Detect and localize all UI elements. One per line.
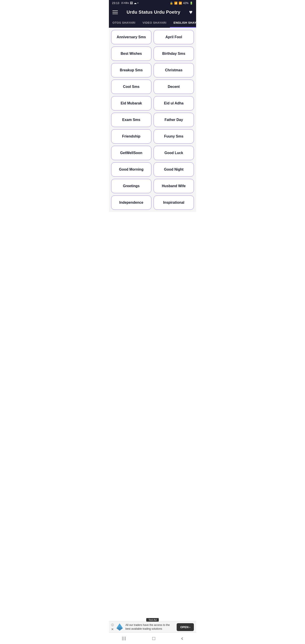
category-item-anniversary-sms[interactable]: Anniversary Sms [111,30,152,44]
category-item-greetings[interactable]: Greetings [111,179,152,193]
status-cloud-icon: ☁ [134,1,136,5]
category-item-inspirational[interactable]: Inspirational [154,196,194,210]
favorites-heart-icon[interactable]: ♥ [189,9,192,16]
hamburger-line-1 [112,10,118,11]
category-item-good-morning[interactable]: Good Morning [111,162,152,177]
ad-description: All our traders have the access to the b… [126,623,175,631]
app-title: Urdu Status Urdu Poetry [126,10,180,15]
category-item-eid-ul-adha[interactable]: Eid ul Adha [154,96,194,110]
status-data-speed: 15 KB/s [121,2,129,4]
hamburger-line-3 [112,14,118,14]
category-item-breakup-sms[interactable]: Breakup Sms [111,63,152,77]
category-grid: Anniversary SmsApril FoolBest WishesBirt… [109,28,196,212]
category-item-getwellsoon[interactable]: GetWellSoon [111,146,152,160]
category-item-birthday-sms[interactable]: Birthday Sms [154,46,194,61]
navigation-bar: ||| □ ‹ [109,632,196,644]
status-wifi-icon: 📶 [174,2,178,5]
tab-video-shayari[interactable]: VIDEO SHAYARI [139,18,170,28]
category-item-exam-sms[interactable]: Exam Sms [111,113,152,127]
status-battery: 42% [183,2,188,5]
hamburger-menu-button[interactable] [112,10,118,14]
ad-test-label: Test Ad [146,618,159,622]
category-item-april-fool[interactable]: April Fool [154,30,194,44]
tab-photos-shayari[interactable]: OTOS SHAYARI [109,18,139,28]
nav-home-icon[interactable]: □ [152,636,155,641]
ad-left-controls: ⓘ ✕ [111,623,114,631]
status-lock-icon: 🔒 [170,2,173,5]
status-time: 23:13 [112,1,120,5]
ad-info-icon[interactable]: ⓘ [111,623,114,627]
tab-english-shayari[interactable]: ENGLISH SHAYARI [170,18,196,28]
status-battery-icon: 🔋 [190,2,193,5]
nav-menu-icon[interactable]: ||| [122,636,126,641]
status-bar: 23:13 15 KB/s 🖼 ☁ • 🔒 📶 📶 42% 🔋 [109,0,196,6]
status-bar-left: 23:13 15 KB/s 🖼 ☁ • [112,1,138,5]
category-item-friendship[interactable]: Friendship [111,129,152,144]
category-item-fuuny-sms[interactable]: Fuuny Sms [154,129,194,144]
ad-open-button[interactable]: OPEN › [177,623,194,631]
category-item-best-wishes[interactable]: Best Wishes [111,46,152,61]
hamburger-line-2 [112,12,118,12]
header: Urdu Status Urdu Poetry ♥ [109,6,196,18]
category-item-good-luck[interactable]: Good Luck [154,146,194,160]
category-item-good-night[interactable]: Good Night [154,162,194,177]
ad-close-icon[interactable]: ✕ [111,628,114,631]
category-item-independence[interactable]: Independence [111,196,152,210]
category-item-cool-sms[interactable]: Cool Sms [111,80,152,94]
ad-banner: Test Ad ⓘ ✕ All our traders have the acc… [109,621,196,633]
category-item-eid-mubarak[interactable]: Eid Mubarak [111,96,152,110]
nav-back-icon[interactable]: ‹ [181,635,183,642]
ad-logo [116,623,124,631]
category-item-decent[interactable]: Decent [154,80,194,94]
status-dot-icon: • [138,1,139,5]
tab-bar: OTOS SHAYARI VIDEO SHAYARI ENGLISH SHAYA… [109,18,196,28]
status-bar-right: 🔒 📶 📶 42% 🔋 [170,2,193,5]
status-photo-icon: 🖼 [130,1,133,5]
category-item-husband-wife[interactable]: Husband Wife [154,179,194,193]
category-item-father-day[interactable]: Father Day [154,113,194,127]
category-item-christmas[interactable]: Christmas [154,63,194,77]
status-signal-icon: 📶 [179,2,182,5]
